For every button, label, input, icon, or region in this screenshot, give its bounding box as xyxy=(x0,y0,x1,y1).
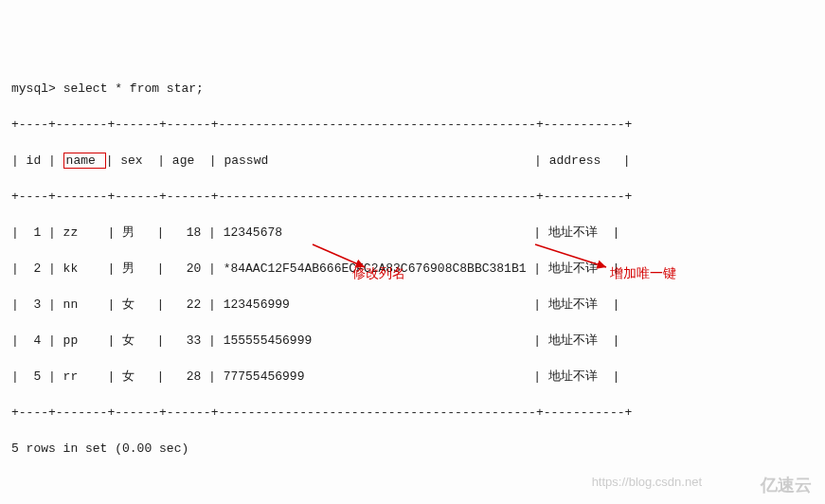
svg-line-1 xyxy=(535,244,606,267)
watermark-text: https://blog.csdn.net xyxy=(592,473,702,491)
separator: +----+-------+------+------+------------… xyxy=(11,188,817,206)
separator: +----+-------+------+------+------------… xyxy=(11,404,817,422)
summary-1: 5 rows in set (0.00 sec) xyxy=(11,440,817,458)
table-row: | 2 | kk | 男 | 20 | *84AAC12F54AB666ECFC… xyxy=(11,260,817,278)
annotation-unique-key: 增加唯一键 xyxy=(610,265,676,283)
table-row: | 5 | rr | 女 | 28 | 77755456999 | 地址不详 | xyxy=(11,368,817,386)
logo-text: 亿速云 xyxy=(761,477,812,495)
table-row: | 1 | zz | 男 | 18 | 12345678 | 地址不详 | xyxy=(11,224,817,242)
header-1: | id | name | sex | age | passwd | addre… xyxy=(11,152,817,170)
svg-line-0 xyxy=(313,244,365,267)
name-column-highlight: name xyxy=(63,153,106,169)
annotation-rename: 修改列名 xyxy=(352,265,405,283)
table-row: | 4 | pp | 女 | 33 | 155555456999 | 地址不详 … xyxy=(11,332,817,350)
arrow-right-icon xyxy=(530,243,616,273)
table-row: | 3 | nn | 女 | 22 | 123456999 | 地址不详 | xyxy=(11,296,817,314)
separator: +----+-------+------+------+------------… xyxy=(11,116,817,134)
query-1: mysql> select * from star; xyxy=(11,80,817,98)
